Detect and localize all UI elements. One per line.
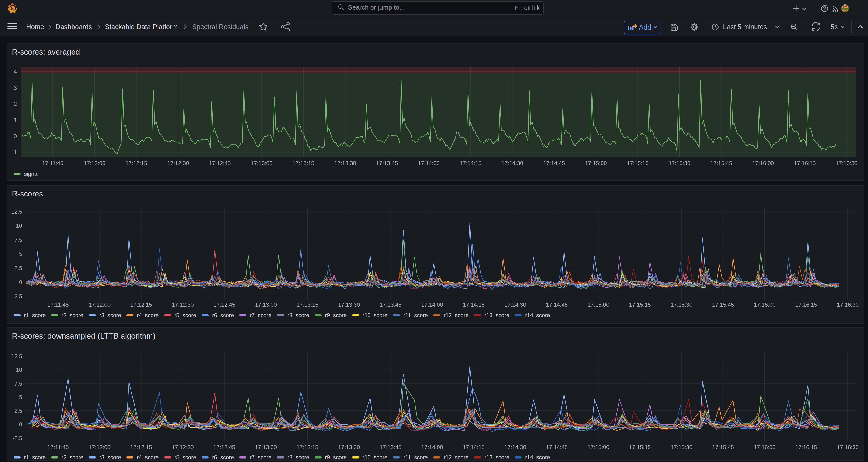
- svg-text:2: 2: [14, 101, 17, 107]
- svg-text:17:16:15: 17:16:15: [794, 160, 815, 166]
- svg-text:r2_score: r2_score: [62, 312, 83, 318]
- svg-text:3: 3: [14, 85, 17, 91]
- svg-text:7.5: 7.5: [14, 380, 22, 387]
- svg-text:17:12:30: 17:12:30: [172, 302, 193, 308]
- svg-text:0: 0: [14, 133, 17, 139]
- svg-text:17:13:15: 17:13:15: [297, 444, 318, 450]
- svg-text:17:15:00: 17:15:00: [585, 160, 607, 166]
- svg-text:r9_score: r9_score: [325, 312, 347, 318]
- svg-text:17:15:45: 17:15:45: [710, 160, 732, 166]
- svg-text:17:12:00: 17:12:00: [89, 444, 111, 450]
- svg-text:r14_score: r14_score: [525, 312, 550, 318]
- svg-text:17:12:30: 17:12:30: [172, 444, 193, 450]
- svg-text:r1_score: r1_score: [24, 312, 46, 318]
- svg-text:1: 1: [14, 117, 17, 123]
- svg-text:r11_score: r11_score: [403, 454, 428, 460]
- svg-text:17:13:00: 17:13:00: [255, 444, 277, 450]
- svg-text:r4_score: r4_score: [137, 454, 159, 460]
- svg-text:r13_score: r13_score: [485, 312, 509, 318]
- svg-text:r7_score: r7_score: [250, 312, 271, 318]
- svg-text:r13_score: r13_score: [485, 454, 509, 460]
- svg-text:17:13:45: 17:13:45: [376, 160, 398, 166]
- svg-text:r5_score: r5_score: [175, 454, 196, 460]
- svg-text:17:13:15: 17:13:15: [292, 160, 314, 166]
- svg-text:17:14:30: 17:14:30: [504, 444, 526, 450]
- svg-text:17:12:45: 17:12:45: [213, 302, 235, 308]
- svg-text:r8_score: r8_score: [287, 312, 309, 318]
- svg-text:17:13:30: 17:13:30: [338, 444, 360, 450]
- svg-text:17:16:00: 17:16:00: [752, 160, 774, 166]
- svg-text:17:14:15: 17:14:15: [463, 302, 485, 308]
- svg-text:17:16:30: 17:16:30: [837, 302, 859, 308]
- svg-text:10: 10: [16, 222, 22, 229]
- svg-text:r2_score: r2_score: [62, 454, 83, 460]
- svg-text:17:15:45: 17:15:45: [712, 302, 734, 308]
- svg-text:r6_score: r6_score: [212, 454, 234, 460]
- svg-text:17:14:45: 17:14:45: [546, 444, 568, 450]
- svg-text:17:15:30: 17:15:30: [669, 160, 690, 166]
- svg-text:17:13:30: 17:13:30: [334, 160, 356, 166]
- svg-text:17:15:15: 17:15:15: [627, 160, 648, 166]
- svg-text:17:15:45: 17:15:45: [712, 444, 734, 450]
- svg-text:17:14:45: 17:14:45: [546, 302, 568, 308]
- svg-text:r12_score: r12_score: [444, 454, 469, 460]
- svg-text:17:13:30: 17:13:30: [338, 302, 360, 308]
- svg-text:r3_score: r3_score: [99, 312, 121, 318]
- svg-text:r3_score: r3_score: [99, 454, 121, 460]
- svg-text:17:12:30: 17:12:30: [167, 160, 189, 166]
- svg-text:17:15:30: 17:15:30: [671, 444, 692, 450]
- svg-text:12.5: 12.5: [11, 209, 22, 215]
- svg-text:r7_score: r7_score: [250, 454, 271, 460]
- svg-text:2.5: 2.5: [14, 408, 22, 414]
- svg-text:-1: -1: [12, 149, 17, 155]
- svg-text:17:13:45: 17:13:45: [379, 302, 401, 308]
- svg-text:17:14:00: 17:14:00: [421, 444, 443, 450]
- svg-text:17:14:15: 17:14:15: [460, 160, 481, 166]
- svg-text:17:15:00: 17:15:00: [588, 302, 609, 308]
- svg-text:17:16:15: 17:16:15: [795, 302, 817, 308]
- svg-text:12.5: 12.5: [11, 353, 22, 359]
- svg-text:0: 0: [19, 279, 22, 285]
- svg-text:17:16:30: 17:16:30: [837, 444, 859, 450]
- svg-text:17:12:15: 17:12:15: [130, 444, 152, 450]
- svg-text:17:12:15: 17:12:15: [130, 302, 152, 308]
- svg-text:r4_score: r4_score: [137, 312, 159, 318]
- svg-text:7.5: 7.5: [14, 237, 22, 243]
- svg-text:17:13:45: 17:13:45: [379, 444, 401, 450]
- svg-text:5: 5: [19, 251, 22, 257]
- svg-text:r12_score: r12_score: [444, 312, 469, 318]
- svg-text:17:13:00: 17:13:00: [251, 160, 272, 166]
- svg-text:17:16:15: 17:16:15: [795, 444, 817, 450]
- svg-text:17:16:00: 17:16:00: [754, 302, 775, 308]
- svg-text:r6_score: r6_score: [212, 312, 234, 318]
- svg-text:10: 10: [16, 367, 22, 373]
- svg-text:17:15:15: 17:15:15: [629, 302, 651, 308]
- svg-text:17:12:45: 17:12:45: [209, 160, 230, 166]
- svg-text:-2.5: -2.5: [12, 293, 22, 300]
- svg-text:17:12:00: 17:12:00: [84, 160, 105, 166]
- svg-text:-2.5: -2.5: [12, 435, 22, 441]
- svg-text:r9_score: r9_score: [325, 454, 347, 460]
- svg-text:17:11:45: 17:11:45: [47, 302, 69, 308]
- svg-text:r10_score: r10_score: [363, 312, 388, 318]
- svg-text:17:14:00: 17:14:00: [418, 160, 439, 166]
- svg-text:17:15:30: 17:15:30: [671, 302, 692, 308]
- svg-text:17:14:30: 17:14:30: [504, 302, 526, 308]
- svg-text:r11_score: r11_score: [403, 312, 428, 318]
- svg-text:17:12:45: 17:12:45: [213, 444, 235, 450]
- svg-text:17:13:15: 17:13:15: [297, 302, 318, 308]
- svg-text:r10_score: r10_score: [363, 454, 388, 460]
- svg-text:5: 5: [19, 394, 22, 400]
- svg-text:17:15:15: 17:15:15: [629, 444, 651, 450]
- svg-text:4: 4: [14, 68, 17, 75]
- svg-text:17:11:45: 17:11:45: [47, 444, 69, 450]
- svg-text:17:12:15: 17:12:15: [125, 160, 147, 166]
- svg-text:17:15:00: 17:15:00: [588, 444, 609, 450]
- svg-text:17:14:45: 17:14:45: [543, 160, 565, 166]
- svg-text:17:16:00: 17:16:00: [754, 444, 775, 450]
- svg-text:r14_score: r14_score: [525, 454, 550, 460]
- svg-text:17:14:00: 17:14:00: [421, 302, 443, 308]
- svg-text:17:13:00: 17:13:00: [255, 302, 277, 308]
- svg-text:signal: signal: [24, 171, 39, 177]
- svg-text:0: 0: [19, 421, 22, 428]
